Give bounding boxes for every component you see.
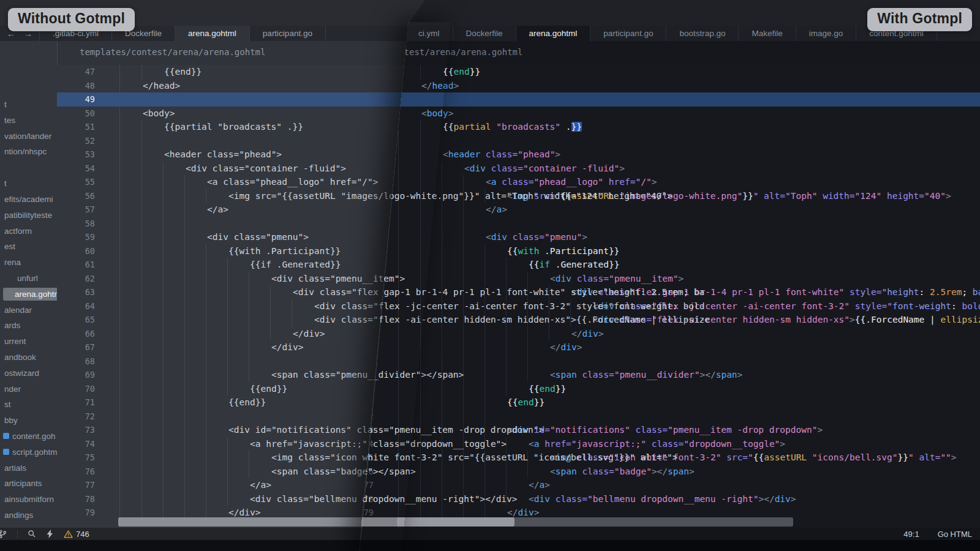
indent-guide	[206, 272, 206, 286]
code-line-77[interactable]: 77</a>	[336, 478, 980, 492]
sidebar-item-urrent[interactable]: urrent	[0, 335, 57, 348]
tab-bootstrap-go[interactable]: bootstrap.go	[666, 26, 739, 41]
tab-participant-go[interactable]: participant.go	[250, 26, 326, 41]
indent-guide	[163, 354, 164, 369]
sidebar-item-artials[interactable]: artials	[0, 462, 57, 474]
sidebar-item-label: arena.gohtm	[15, 288, 58, 301]
indent-guide	[442, 217, 442, 231]
file-tree-sidebar[interactable]: ttesvation/landerntion/nhspctefits/acade…	[0, 41, 58, 528]
indent-guide	[163, 244, 164, 258]
tab-image-go[interactable]: image.go	[796, 26, 857, 41]
sidebar-item-est[interactable]: est	[0, 240, 57, 253]
indent-guide	[227, 313, 228, 327]
breadcrumb[interactable]: templates/contest/arena/arena.gohtml	[80, 47, 265, 57]
indent-guide	[163, 423, 164, 437]
code-line-60[interactable]: 60{{with .Participant}}	[336, 244, 980, 258]
code-text: </a>	[250, 478, 271, 492]
indent-guide	[484, 368, 485, 382]
code-text: </div>	[293, 327, 325, 341]
sidebar-item-articipants[interactable]: articipants	[0, 477, 57, 490]
sidebar-item-patibilityteste[interactable]: patibilityteste	[0, 209, 57, 222]
line-number: 74	[57, 437, 95, 451]
code-text: </a>	[529, 478, 550, 492]
indent-guide	[249, 327, 249, 341]
sidebar-item-ainsubmitforn[interactable]: ainsubmitforn	[0, 493, 57, 506]
sidebar-item-unfurl[interactable]: unfurl	[0, 272, 57, 285]
code-line-76[interactable]: 76<span class="badge"></span>	[336, 465, 980, 479]
indent-guide	[163, 313, 164, 327]
sidebar-item-ards[interactable]: ards	[0, 319, 57, 332]
code-line-59[interactable]: 59<div class="pmenu">	[336, 230, 980, 244]
indent-guide	[184, 492, 185, 506]
code-line-70[interactable]: 70{{end}}	[336, 382, 980, 396]
indent-guide	[463, 272, 464, 286]
indent-guide	[141, 492, 142, 506]
sidebar-item-andbook[interactable]: andbook	[0, 351, 57, 364]
indent-guide	[141, 478, 142, 492]
indent-guide	[506, 368, 507, 382]
sidebar-item-andings[interactable]: andings	[0, 509, 57, 522]
label-without-gotmpl: Without Gotmpl	[8, 8, 135, 31]
tab-arena-gohtml[interactable]: arena.gohtml	[516, 26, 591, 41]
sidebar-item-rena[interactable]: rena	[0, 256, 57, 269]
cursor-position[interactable]: 49:1	[903, 530, 919, 539]
sidebar-item-bby[interactable]: bby	[0, 414, 57, 427]
label-with-gotmpl: With Gotmpl	[867, 8, 972, 31]
code-line-66[interactable]: 66</div>	[336, 327, 980, 341]
indent-guide	[463, 478, 464, 492]
code-line-67[interactable]: 67</div>	[336, 340, 980, 354]
horizontal-scrollbar[interactable]	[118, 517, 514, 527]
sidebar-item-st[interactable]: st	[0, 398, 57, 411]
lightning-icon[interactable]	[46, 530, 54, 538]
sidebar-item-content-goh[interactable]: content.goh	[0, 430, 57, 443]
sidebar-item-efits-academi[interactable]: efits/academi	[0, 193, 57, 206]
indent-guide	[163, 272, 164, 286]
search-icon[interactable]	[28, 530, 36, 538]
sidebar-item-actform[interactable]: actform	[0, 225, 57, 238]
indent-guide	[184, 175, 185, 189]
sidebar-item-script-gohtm[interactable]: script.gohtm	[0, 446, 57, 459]
code-line-62[interactable]: 62<div class="pmenu__item">	[336, 272, 980, 286]
indent-guide	[184, 299, 185, 313]
code-text: <div id="notifications" class="pmenu__it…	[507, 423, 823, 437]
code-text: <div class="container -fluid">	[464, 162, 625, 176]
indent-guide	[184, 272, 185, 286]
sidebar-item-nder[interactable]: nder	[0, 383, 57, 395]
indent-guide	[442, 465, 442, 479]
sidebar-item-ostwizard[interactable]: ostwizard	[0, 367, 57, 380]
indent-guide	[163, 327, 164, 341]
line-number: 71	[57, 395, 95, 410]
tab-arena-gohtml[interactable]: arena.gohtml	[175, 26, 250, 41]
indent-guide	[184, 285, 185, 299]
indent-guide	[184, 423, 185, 437]
sidebar-item-tes[interactable]: tes	[0, 114, 57, 127]
sidebar-item-arena-gohtm[interactable]: arena.gohtm	[3, 288, 58, 301]
warning-icon[interactable]	[64, 530, 73, 538]
code-line-61[interactable]: 61{{if .Generated}}	[336, 258, 980, 272]
tab-makefile[interactable]: Makefile	[739, 26, 796, 41]
sidebar-item-t[interactable]: t	[0, 177, 57, 190]
sidebar-item-alendar[interactable]: alendar	[0, 304, 57, 317]
sidebar-item-ntion-nhspc[interactable]: ntion/nhspc	[0, 145, 57, 158]
indent-guide	[420, 382, 421, 396]
code-line-72[interactable]: 72	[336, 410, 980, 424]
language-mode[interactable]: Go HTML	[938, 530, 972, 539]
git-branch-icon[interactable]	[0, 530, 7, 539]
indent-guide	[227, 340, 228, 354]
sidebar-item-t[interactable]: t	[0, 98, 57, 111]
sidebar-item-label: andings	[4, 509, 33, 522]
indent-guide	[163, 437, 164, 451]
code-line-71[interactable]: 71{{end}}	[336, 395, 980, 410]
code-text: <a href="javascript:;" class="dropdown__…	[529, 437, 785, 451]
indent-guide	[527, 327, 528, 341]
indent-guide	[463, 230, 464, 244]
tab-dockerfile[interactable]: Dockerfile	[453, 26, 516, 41]
indent-guide	[442, 272, 442, 286]
sidebar-item-vation-lander[interactable]: vation/lander	[0, 130, 57, 143]
code-line-68[interactable]: 68	[336, 354, 980, 369]
warning-count[interactable]: 746	[76, 530, 89, 539]
tab-participant-go[interactable]: participant.go	[590, 26, 666, 41]
gohtml-file-icon	[3, 433, 9, 439]
indent-guide	[184, 465, 185, 479]
indent-guide	[184, 451, 185, 465]
